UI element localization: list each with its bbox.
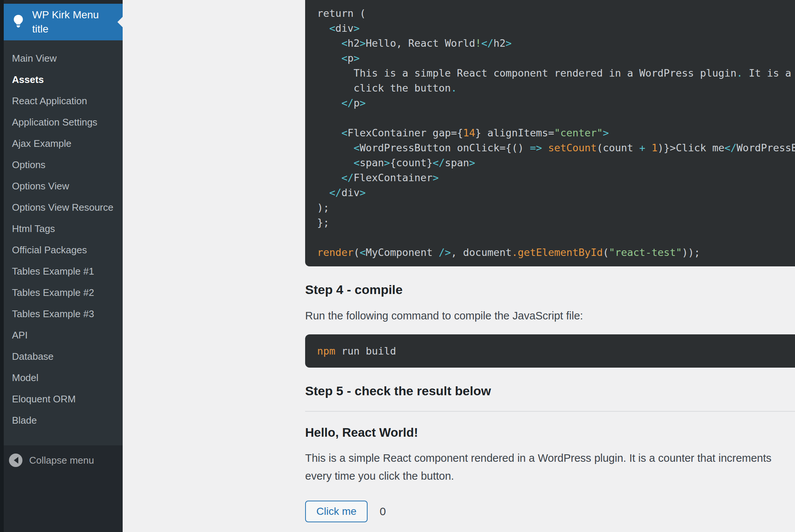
main-content: return ( <div> <h2>Hello, React World!</… [123, 0, 795, 532]
collapse-menu-button[interactable]: Collapse menu [0, 445, 123, 467]
sidebar-item-tables-example-2[interactable]: Tables Example #2 [0, 282, 123, 303]
jsx-code-block: return ( <div> <h2>Hello, React World!</… [305, 0, 795, 266]
code-line: </p> [317, 96, 795, 111]
admin-sidebar: WP Kirk Menu title Main ViewAssetsReact … [0, 0, 123, 532]
result-paragraph: This is a simple React component rendere… [305, 449, 782, 485]
code-line [317, 111, 795, 126]
sidebar-item-ajax-example[interactable]: Ajax Example [0, 133, 123, 154]
sidebar-item-main-view[interactable]: Main View [0, 48, 123, 69]
sidebar-item-api[interactable]: API [0, 325, 123, 346]
code-line: <FlexContainer gap={14} alignItems="cent… [317, 126, 795, 140]
sidebar-edge-strip [0, 0, 4, 532]
code-line: render(<MyComponent />, document.getElem… [317, 245, 795, 260]
code-line: <div> [317, 21, 795, 36]
sidebar-item-database[interactable]: Database [0, 346, 123, 367]
sidebar-item-blade[interactable]: Blade [0, 410, 123, 431]
code-line [317, 230, 795, 245]
collapse-arrow-icon [9, 454, 22, 467]
step4-heading: Step 4 - compile [305, 282, 795, 297]
sidebar-item-tables-example-3[interactable]: Tables Example #3 [0, 303, 123, 325]
sidebar-header-title: WP Kirk Menu title [32, 8, 123, 36]
npm-command-block: npm run build [305, 334, 795, 368]
code-line: return ( [317, 6, 795, 21]
code-line: click the button. [317, 81, 795, 96]
sidebar-menu: Main ViewAssetsReact ApplicationApplicat… [0, 40, 123, 445]
code-line: }; [317, 215, 795, 230]
counter-value: 0 [380, 505, 386, 518]
divider [305, 411, 795, 412]
sidebar-item-react-application[interactable]: React Application [0, 90, 123, 112]
click-me-button[interactable]: Click me [305, 501, 368, 522]
sidebar-header-current-item[interactable]: WP Kirk Menu title [0, 4, 123, 40]
sidebar-item-assets[interactable]: Assets [0, 69, 123, 90]
code-line: <span>{count}</span> [317, 155, 795, 170]
sidebar-item-options[interactable]: Options [0, 154, 123, 176]
sidebar-item-html-tags[interactable]: Html Tags [0, 218, 123, 239]
sidebar-item-eloquent-orm[interactable]: Eloquent ORM [0, 389, 123, 410]
step5-heading: Step 5 - check the result below [305, 383, 795, 398]
code-line: <p> [317, 51, 795, 66]
step4-paragraph: Run the following command to compile the… [305, 308, 795, 323]
sidebar-item-tables-example-1[interactable]: Tables Example #1 [0, 261, 123, 282]
collapse-menu-label: Collapse menu [29, 455, 94, 466]
sidebar-item-options-view-resource[interactable]: Options View Resource [0, 197, 123, 218]
current-item-arrow [112, 17, 123, 27]
code-line: <WordPressButton onClick={() => setCount… [317, 140, 795, 155]
code-line: <h2>Hello, React World!</h2> [317, 36, 795, 51]
code-line: ); [317, 200, 795, 215]
sidebar-item-options-view[interactable]: Options View [0, 176, 123, 197]
sidebar-item-application-settings[interactable]: Application Settings [0, 112, 123, 133]
result-heading: Hello, React World! [305, 425, 795, 440]
sidebar-item-model[interactable]: Model [0, 367, 123, 389]
sidebar-item-official-packages[interactable]: Official Packages [0, 239, 123, 261]
counter-row: Click me 0 [305, 501, 795, 522]
code-line: </FlexContainer> [317, 170, 795, 185]
lightbulb-icon [10, 13, 26, 31]
code-line: </div> [317, 185, 795, 200]
code-line: This is a simple React component rendere… [317, 66, 795, 81]
